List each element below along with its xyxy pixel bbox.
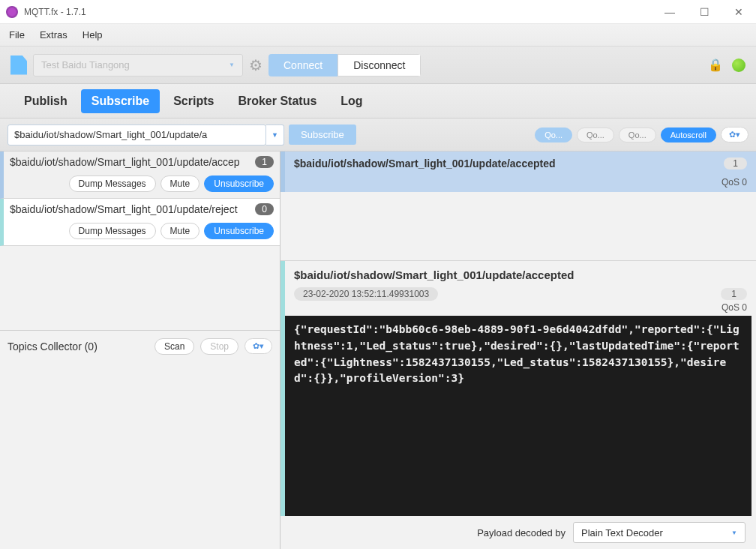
maximize-button[interactable]: ☐ [687,0,722,24]
stop-button[interactable]: Stop [200,338,238,355]
subscribe-toolbar: $baidu/iot/shadow/Smart_light_001/update… [0,118,756,152]
message-list-gap [280,192,756,261]
message-qos: QoS 0 [722,177,747,188]
topics-collector-label: Topics Collector (0) [8,340,148,352]
gear-icon[interactable]: ⚙ [249,56,262,74]
menu-help[interactable]: Help [82,29,103,40]
mute-button[interactable]: Mute [160,176,200,192]
detail-sequence: 1 [721,288,747,300]
unsubscribe-button[interactable]: Unsubscribe [204,176,274,192]
subscription-topic: $baidu/iot/shadow/Smart_light_001/update… [10,203,255,215]
tab-publish[interactable]: Publish [14,89,78,113]
titlebar: MQTT.fx - 1.7.1 — ☐ ✕ [0,0,756,24]
detail-topic: $baidu/iot/shadow/Smart_light_001/update… [294,268,747,281]
decoder-label: Payload decoded by [477,527,566,538]
decoder-select[interactable]: Plain Text Decoder [573,522,746,543]
qos1-pill[interactable]: Qo... [577,128,614,142]
detail-qos: QoS 0 [722,302,747,313]
left-panel: $baidu/iot/shadow/Smart_light_001/update… [0,152,280,549]
decoder-value: Plain Text Decoder [581,527,663,538]
menubar: File Extras Help [0,24,756,46]
connection-bar: Test Baidu Tiangong ⚙ Connect Disconnect… [0,46,756,84]
qos0-pill[interactable]: Qo... [535,128,572,142]
connect-button[interactable]: Connect [268,54,338,76]
menu-file[interactable]: File [9,29,25,40]
window-title: MQTT.fx - 1.7.1 [24,7,652,17]
right-panel: $baidu/iot/shadow/Smart_light_001/update… [280,152,756,549]
message-header-qos: QoS 0 [280,176,756,192]
window-controls: — ☐ ✕ [652,0,756,24]
connection-status-dot [732,58,746,72]
detail-timestamp: 23-02-2020 13:52:11.49931003 [294,287,438,301]
subscribe-button[interactable]: Subscribe [289,124,356,145]
topic-input[interactable]: $baidu/iot/shadow/Smart_light_001/update… [8,124,266,146]
subscription-topic: $baidu/iot/shadow/Smart_light_001/update… [10,156,255,168]
tab-subscribe[interactable]: Subscribe [81,89,160,113]
mute-button[interactable]: Mute [160,223,200,239]
message-detail-header: $baidu/iot/shadow/Smart_light_001/update… [280,261,756,316]
topics-collector-bar: Topics Collector (0) Scan Stop ✿▾ [0,330,280,362]
qos2-pill[interactable]: Qo... [619,128,656,142]
tab-log[interactable]: Log [330,89,373,113]
topics-collector-area [0,362,280,549]
subscription-item[interactable]: $baidu/iot/shadow/Smart_light_001/update… [0,199,280,246]
collector-settings-icon[interactable]: ✿▾ [244,338,272,354]
close-button[interactable]: ✕ [722,0,756,24]
connection-buttons: Connect Disconnect [268,54,421,76]
topic-dropdown-icon[interactable]: ▼ [266,124,284,146]
payload-content[interactable]: {"requestId":"b4bb60c6-98eb-4889-90f1-9e… [280,316,752,516]
file-icon[interactable] [10,56,27,75]
subscribe-settings-icon[interactable]: ✿▾ [721,127,748,142]
disconnect-button[interactable]: Disconnect [338,54,421,76]
message-count: 1 [724,158,747,170]
subscription-count-badge: 0 [255,203,274,215]
main-area: $baidu/iot/shadow/Smart_light_001/update… [0,152,756,549]
dump-messages-button[interactable]: Dump Messages [69,176,156,192]
message-topic: $baidu/iot/shadow/Smart_light_001/update… [294,158,724,170]
menu-extras[interactable]: Extras [40,29,68,40]
unsubscribe-button[interactable]: Unsubscribe [204,223,274,239]
dump-messages-button[interactable]: Dump Messages [69,223,156,239]
tab-broker-status[interactable]: Broker Status [227,89,327,113]
tabs-bar: Publish Subscribe Scripts Broker Status … [0,84,756,118]
minimize-button[interactable]: — [652,0,687,24]
profile-select-value: Test Baidu Tiangong [41,59,130,70]
subscription-item[interactable]: $baidu/iot/shadow/Smart_light_001/update… [0,152,280,199]
lock-icon: 🔒 [708,58,723,72]
app-icon [6,6,18,18]
topic-input-value: $baidu/iot/shadow/Smart_light_001/update… [14,129,207,140]
subscription-count-badge: 1 [255,156,274,168]
scan-button[interactable]: Scan [154,338,194,355]
tab-scripts[interactable]: Scripts [163,89,224,113]
autoscroll-button[interactable]: Autoscroll [661,128,716,142]
message-header[interactable]: $baidu/iot/shadow/Smart_light_001/update… [280,152,756,176]
profile-select[interactable]: Test Baidu Tiangong [33,54,243,76]
decoder-bar: Payload decoded by Plain Text Decoder [280,516,756,549]
